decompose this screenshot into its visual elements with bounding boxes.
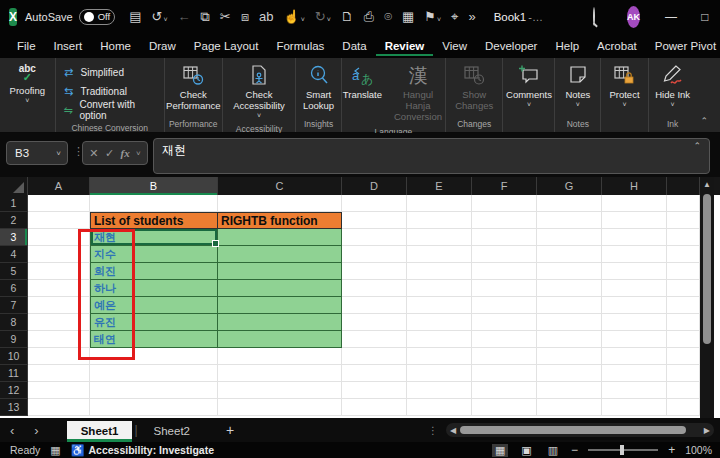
cell-F6[interactable] (472, 280, 537, 297)
page-layout-view-button[interactable]: ▣ (518, 444, 534, 457)
paste-picture-icon[interactable]: ⧈ (237, 8, 253, 25)
document-title[interactable]: Book1 (494, 11, 527, 23)
cell-E7[interactable] (407, 297, 472, 314)
tab-review[interactable]: Review (376, 36, 434, 56)
maximize-button[interactable]: □ (688, 0, 720, 33)
tab-insert[interactable]: Insert (45, 36, 92, 56)
cell-H3[interactable] (602, 229, 667, 246)
cell-D2[interactable] (342, 212, 407, 229)
cell-C1[interactable] (218, 195, 342, 212)
proofing-button[interactable]: abc✓ Proofing ˅ (7, 61, 48, 107)
cell-E3[interactable] (407, 229, 472, 246)
cell-E1[interactable] (407, 195, 472, 212)
row-header-5[interactable]: 5 (0, 263, 28, 280)
row-header-4[interactable]: 4 (0, 246, 28, 263)
cell-A1[interactable] (28, 195, 90, 212)
cell-H13[interactable] (602, 399, 667, 416)
cell-F4[interactable] (472, 246, 537, 263)
cell-C10[interactable] (218, 348, 342, 365)
cell-C5[interactable] (218, 263, 342, 280)
cell-A11[interactable] (28, 365, 90, 382)
confirm-entry-icon[interactable]: ✓ (105, 147, 114, 160)
next-sheet-icon[interactable]: › (24, 423, 48, 438)
cell-H9[interactable] (602, 331, 667, 348)
cell-G11[interactable] (537, 365, 602, 382)
cell-D10[interactable] (342, 348, 407, 365)
check-performance-button[interactable]: Check Performance (163, 61, 223, 114)
cell-E8[interactable] (407, 314, 472, 331)
notes-button[interactable]: Notes ˅ (562, 61, 593, 111)
cell-E11[interactable] (407, 365, 472, 382)
cell-C8[interactable] (218, 314, 342, 331)
cell-H2[interactable] (602, 212, 667, 229)
zoom-slider[interactable] (588, 449, 658, 451)
cell-F10[interactable] (472, 348, 537, 365)
cell-D12[interactable] (342, 382, 407, 399)
tab-power-pivot[interactable]: Power Pivot (646, 36, 720, 56)
scrollbar-resize-handle[interactable]: ⋮ (428, 425, 438, 436)
camera-icon[interactable]: ⌾ (380, 8, 396, 25)
tab-view[interactable]: View (433, 36, 476, 56)
cell-F11[interactable] (472, 365, 537, 382)
cell-F2[interactable] (472, 212, 537, 229)
cell-H1[interactable] (602, 195, 667, 212)
column-header-F[interactable]: F (472, 177, 537, 195)
previous-sheet-icon[interactable]: ‹ (0, 423, 24, 438)
normal-view-button[interactable]: ▦ (492, 444, 508, 457)
cell-F12[interactable] (472, 382, 537, 399)
column-header-A[interactable]: A (28, 177, 90, 195)
avatar[interactable]: AK (627, 6, 640, 28)
cell-E2[interactable] (407, 212, 472, 229)
new-file-icon[interactable]: 🗋 (337, 8, 358, 25)
cell-D8[interactable] (342, 314, 407, 331)
cell-E13[interactable] (407, 399, 472, 416)
tab-developer[interactable]: Developer (476, 36, 546, 56)
row-header-11[interactable]: 11 (0, 365, 28, 382)
tab-data[interactable]: Data (333, 36, 375, 56)
cell-E9[interactable] (407, 331, 472, 348)
cell-C9[interactable] (218, 331, 342, 348)
cell-H4[interactable] (602, 246, 667, 263)
tab-acrobat[interactable]: Acrobat (588, 36, 646, 56)
undo-icon[interactable]: ↺˅ (148, 8, 172, 25)
hide-ink-button[interactable]: Hide Ink ˅ (652, 61, 693, 111)
cell-D7[interactable] (342, 297, 407, 314)
column-header-D[interactable]: D (342, 177, 407, 195)
cell-H7[interactable] (602, 297, 667, 314)
cell-F3[interactable] (472, 229, 537, 246)
copy-icon[interactable]: ⧉ (197, 8, 214, 25)
cell-H12[interactable] (602, 382, 667, 399)
protect-button[interactable]: Protect ˅ (606, 61, 642, 111)
cell-F5[interactable] (472, 263, 537, 280)
autosave-toggle[interactable]: Off (79, 9, 116, 25)
scroll-right-icon[interactable]: ▶ (700, 426, 714, 435)
cell-G13[interactable] (537, 399, 602, 416)
simplified-button[interactable]: ⇄ Simplified (62, 63, 124, 81)
tab-help[interactable]: Help (546, 36, 588, 56)
zoom-slider-thumb[interactable] (620, 445, 624, 455)
cell-F1[interactable] (472, 195, 537, 212)
cell-B13[interactable] (90, 399, 218, 416)
cell-H11[interactable] (602, 365, 667, 382)
tab-draw[interactable]: Draw (140, 36, 185, 56)
cell-G4[interactable] (537, 246, 602, 263)
cell-B2[interactable]: List of students (90, 212, 218, 229)
row-header-13[interactable]: 13 (0, 399, 28, 416)
search-icon[interactable] (589, 4, 599, 30)
cell-E10[interactable] (407, 348, 472, 365)
insert-function-icon[interactable]: fx (120, 147, 129, 159)
cell-G1[interactable] (537, 195, 602, 212)
check-accessibility-button[interactable]: Check Accessibility ˅ (223, 61, 295, 122)
cell-G9[interactable] (537, 331, 602, 348)
cell-E4[interactable] (407, 246, 472, 263)
sheet-tab-sheet1[interactable]: Sheet1 (67, 421, 133, 442)
cell-D3[interactable] (342, 229, 407, 246)
tab-home[interactable]: Home (91, 36, 140, 56)
cell-C2[interactable]: RIGHTB function (218, 212, 342, 229)
cell-C13[interactable] (218, 399, 342, 416)
cell-D4[interactable] (342, 246, 407, 263)
back-arrow-icon[interactable]: ← (174, 8, 195, 25)
macro-record-icon[interactable]: ▦ (50, 444, 60, 457)
excel-logo-icon[interactable]: X (9, 8, 17, 26)
cell-F13[interactable] (472, 399, 537, 416)
